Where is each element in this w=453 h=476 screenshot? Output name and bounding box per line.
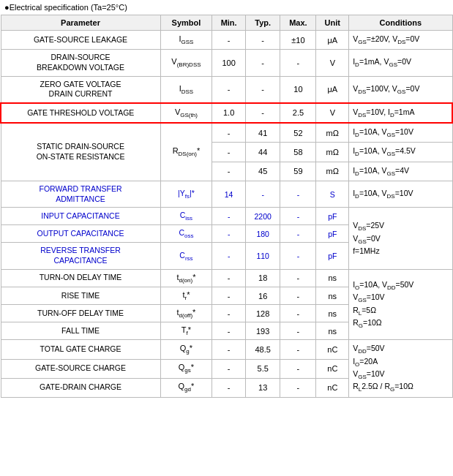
symbol-coss: Coss xyxy=(160,225,212,243)
cond-cap-group: VDS=25VVGS=0Vf=1MHz xyxy=(349,208,452,269)
max-qgs: - xyxy=(280,359,316,378)
header-title: ●Electrical specification (Ta=25°C) xyxy=(0,0,453,15)
symbol-tf: Tf* xyxy=(160,322,212,340)
min-ciss: - xyxy=(212,208,246,225)
unit-tf: ns xyxy=(316,322,349,340)
symbol-qgs: Qgs* xyxy=(160,359,212,378)
param-reverse-cap: REVERSE TRANSFERCAPACITANCE xyxy=(1,243,160,269)
typ-crss: 110 xyxy=(245,243,280,269)
table-row: TURN-ON DELAY TIME td(on)* - 18 - ns IO=… xyxy=(1,269,452,287)
unit-vbrdss: V xyxy=(316,50,349,76)
typ-rdson-1: 41 xyxy=(245,123,280,143)
param-total-gate-charge: TOTAL GATE CHARGE xyxy=(1,340,160,359)
symbol-idss: IDSS xyxy=(160,76,212,103)
cond-yfs: ID=10A, VDS=10V xyxy=(349,181,452,207)
typ-ciss: 2200 xyxy=(245,208,280,225)
cond-switching-group: IO=10A, VDD=50VVGS=10VRL=5ΩRG=10Ω xyxy=(349,269,452,340)
max-idss: 10 xyxy=(280,76,316,103)
min-yfs: 14 xyxy=(212,181,246,207)
param-turn-off-delay: TURN-OFF DELAY TIME xyxy=(1,305,160,322)
table-row-highlighted: GATE THRESHOLD VOLTAGE VGS(th) 1.0 - 2.5… xyxy=(1,103,452,123)
param-gate-threshold: GATE THRESHOLD VOLTAGE xyxy=(1,103,160,123)
unit-igss: μA xyxy=(316,31,349,50)
col-typ: Typ. xyxy=(245,15,280,31)
unit-qgs: nC xyxy=(316,359,349,378)
max-qgd: - xyxy=(280,378,316,397)
min-vgsth: 1.0 xyxy=(212,103,246,123)
min-vbrdss: 100 xyxy=(212,50,246,76)
min-tdoff: - xyxy=(212,305,246,322)
param-rise-time: RISE TIME xyxy=(1,287,160,304)
unit-rdson-1: mΩ xyxy=(316,123,349,143)
symbol-igss: IGSS xyxy=(160,31,212,50)
min-qgs: - xyxy=(212,359,246,378)
cond-igss: VGS=±20V, VDS=0V xyxy=(349,31,452,50)
max-tdon: - xyxy=(280,269,316,287)
cond-rdson-1: ID=10A, VGS=10V xyxy=(349,123,452,143)
max-tr: - xyxy=(280,287,316,304)
typ-rdson-2: 44 xyxy=(245,143,280,162)
param-forward-transfer: FORWARD TRANSFERADMITTANCE xyxy=(1,181,160,207)
symbol-qg: Qg* xyxy=(160,340,212,359)
typ-coss: 180 xyxy=(245,225,280,243)
typ-tdoff: 128 xyxy=(245,305,280,322)
param-gate-drain-charge: GATE-DRAIN CHARGE xyxy=(1,378,160,397)
cond-gate-charge-group: VDD=50VIO=20AVGS=10VRL2.5Ω / RG=10Ω xyxy=(349,340,452,397)
table-row: STATIC DRAIN-SOURCEON-STATE RESISTANCE R… xyxy=(1,123,452,143)
typ-tr: 16 xyxy=(245,287,280,304)
symbol-yfs: |Yfs|* xyxy=(160,181,212,207)
max-coss: - xyxy=(280,225,316,243)
typ-rdson-3: 45 xyxy=(245,162,280,181)
header: ●Electrical specification (Ta=25°C) xyxy=(0,0,453,15)
col-unit: Unit xyxy=(316,15,349,31)
max-rdson-3: 59 xyxy=(280,162,316,181)
unit-ciss: pF xyxy=(316,208,349,225)
unit-yfs: S xyxy=(316,181,349,207)
unit-rdson-2: mΩ xyxy=(316,143,349,162)
table-row: INPUT CAPACITANCE Ciss - 2200 - pF VDS=2… xyxy=(1,208,452,225)
min-rdson-2: - xyxy=(212,143,246,162)
param-output-cap: OUTPUT CAPACITANCE xyxy=(1,225,160,243)
min-tr: - xyxy=(212,287,246,304)
electrical-spec-table: Parameter Symbol Min. Typ. Max. Unit Con… xyxy=(0,15,453,398)
unit-tdoff: ns xyxy=(316,305,349,322)
table-row: DRAIN-SOURCEBREAKDOWN VOLTAGE V(BR)DSS 1… xyxy=(1,50,452,76)
typ-qgd: 13 xyxy=(245,378,280,397)
unit-qg: nC xyxy=(316,340,349,359)
col-parameter: Parameter xyxy=(1,15,160,31)
min-qgd: - xyxy=(212,378,246,397)
max-crss: - xyxy=(280,243,316,269)
symbol-tdoff: td(off)* xyxy=(160,305,212,322)
unit-tr: ns xyxy=(316,287,349,304)
param-drain-source-breakdown: DRAIN-SOURCEBREAKDOWN VOLTAGE xyxy=(1,50,160,76)
table-header-row: Parameter Symbol Min. Typ. Max. Unit Con… xyxy=(1,15,452,31)
max-yfs: - xyxy=(280,181,316,207)
cond-vgsth: VDS=10V, ID=1mA xyxy=(349,103,452,123)
col-min: Min. xyxy=(212,15,246,31)
symbol-rdson: RDS(on)* xyxy=(160,123,212,181)
unit-tdon: ns xyxy=(316,269,349,287)
unit-idss: μA xyxy=(316,76,349,103)
cond-vbrdss: ID=1mA, VGS=0V xyxy=(349,50,452,76)
min-tdon: - xyxy=(212,269,246,287)
param-gate-source-charge: GATE-SOURCE CHARGE xyxy=(1,359,160,378)
symbol-crss: Crss xyxy=(160,243,212,269)
unit-rdson-3: mΩ xyxy=(316,162,349,181)
typ-qg: 48.5 xyxy=(245,340,280,359)
param-rdson: STATIC DRAIN-SOURCEON-STATE RESISTANCE xyxy=(1,123,160,181)
typ-igss: - xyxy=(245,31,280,50)
min-rdson-3: - xyxy=(212,162,246,181)
min-tf: - xyxy=(212,322,246,340)
typ-idss: - xyxy=(245,76,280,103)
table-row: ZERO GATE VOLTAGEDRAIN CURRENT IDSS - - … xyxy=(1,76,452,103)
min-rdson-1: - xyxy=(212,123,246,143)
param-turn-on-delay: TURN-ON DELAY TIME xyxy=(1,269,160,287)
typ-tdon: 18 xyxy=(245,269,280,287)
max-rdson-1: 52 xyxy=(280,123,316,143)
symbol-qgd: Qgd* xyxy=(160,378,212,397)
table-row: FORWARD TRANSFERADMITTANCE |Yfs|* 14 - -… xyxy=(1,181,452,207)
unit-crss: pF xyxy=(316,243,349,269)
max-ciss: - xyxy=(280,208,316,225)
typ-qgs: 5.5 xyxy=(245,359,280,378)
unit-coss: pF xyxy=(316,225,349,243)
